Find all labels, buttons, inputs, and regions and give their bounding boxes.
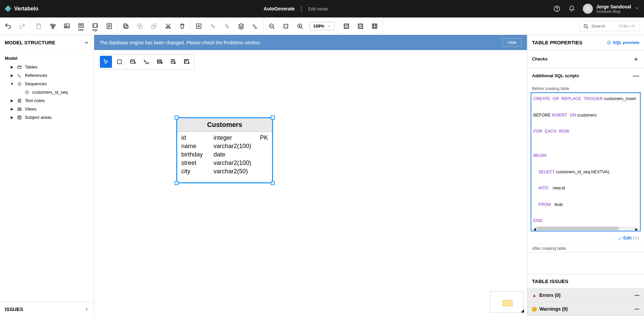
- align-v-button[interactable]: [222, 21, 232, 31]
- tree-item-sequence-child[interactable]: customers_id_seq: [3, 88, 91, 96]
- warnings-toggle[interactable]: !Warnings (0) —: [527, 302, 644, 316]
- search-box[interactable]: CTRL + F: [579, 21, 640, 31]
- chevron-down-icon: [84, 40, 89, 45]
- minus-icon[interactable]: —: [633, 72, 639, 80]
- sequence-icon: [17, 82, 22, 86]
- marquee-tool[interactable]: [113, 56, 125, 68]
- tree-item-textnotes[interactable]: ▶ Text notes: [3, 96, 91, 105]
- cut-button[interactable]: [163, 21, 173, 31]
- tree-label: Subject areas: [25, 115, 52, 120]
- tree-label: References: [25, 73, 47, 78]
- grid-diag2-button[interactable]: [356, 21, 365, 31]
- minimap[interactable]: ◢: [490, 291, 524, 313]
- grid-hatched-button[interactable]: [370, 21, 379, 31]
- tree-label: Views: [25, 106, 36, 111]
- add-note-tool[interactable]: [167, 56, 179, 68]
- zoom-out-button[interactable]: [267, 21, 276, 31]
- tree-item-views[interactable]: ▶ Views: [3, 105, 91, 113]
- user-org: Vertabelo Blog: [596, 9, 631, 13]
- fit-button[interactable]: [194, 21, 203, 31]
- horizontal-scrollbar[interactable]: ◀▶: [533, 227, 638, 230]
- resize-handle-br[interactable]: [271, 181, 275, 185]
- svg-text:1:1: 1:1: [285, 25, 288, 28]
- left-panel-header[interactable]: MODEL STRUCTURE: [0, 35, 94, 50]
- minus-icon: —: [635, 306, 639, 312]
- left-panel: MODEL STRUCTURE Model ▶ Tables ▶ Referen…: [0, 35, 94, 316]
- svg-rect-16: [152, 26, 154, 28]
- kebab-menu-icon[interactable]: ⋮: [299, 6, 304, 12]
- add-table-tool[interactable]: [127, 56, 139, 68]
- grid-diag1-button[interactable]: [342, 21, 351, 31]
- svg-rect-38: [184, 59, 188, 63]
- main-toolbar: PDF SQL 1:1 169% CTRL + F: [0, 17, 644, 35]
- caret-right-icon: ▶: [10, 107, 14, 111]
- export-xml-button[interactable]: [105, 21, 114, 31]
- area-icon: [17, 115, 22, 120]
- export-sql-button[interactable]: SQL: [90, 21, 100, 31]
- edit-sql-button[interactable]: EditF11: [527, 234, 644, 243]
- copy-button[interactable]: [121, 21, 130, 31]
- app-header: Vertabelo AutoGenerate ⋮ Edit mode Jorge…: [0, 0, 644, 17]
- tree-item-references[interactable]: ▶ References: [3, 71, 91, 80]
- svg-rect-34: [117, 60, 121, 64]
- avatar: [583, 4, 593, 14]
- column-row: namevarchar2(100): [181, 142, 268, 150]
- brand-logo[interactable]: Vertabelo: [5, 5, 38, 12]
- svg-point-1: [557, 10, 557, 10]
- bell-icon[interactable]: [568, 5, 575, 12]
- add-reference-tool[interactable]: [140, 56, 152, 68]
- help-icon[interactable]: [553, 5, 561, 12]
- undo-button[interactable]: [3, 21, 13, 31]
- select-tool[interactable]: [100, 56, 112, 68]
- resize-handle-tl[interactable]: [175, 116, 179, 120]
- send-back-button[interactable]: [135, 21, 145, 31]
- align-h-button[interactable]: [208, 21, 218, 31]
- redo-button[interactable]: [17, 21, 27, 31]
- bring-front-button[interactable]: [149, 21, 159, 31]
- notice-hide-button[interactable]: Hide: [502, 38, 522, 47]
- table-issues-title: TABLE ISSUES: [527, 274, 644, 288]
- notice-bar: The database engine has been changed. Pl…: [94, 35, 527, 50]
- errors-toggle[interactable]: ▲Errors (0) —: [527, 288, 644, 302]
- zoom-dropdown[interactable]: 169%: [309, 22, 335, 30]
- additional-sql-section-toggle[interactable]: Additional SQL scripts —: [527, 68, 644, 84]
- add-view-tool[interactable]: [154, 56, 166, 68]
- entity-customers[interactable]: Customers idintegerPK namevarchar2(100) …: [176, 117, 273, 183]
- zoom-value: 169%: [313, 24, 324, 29]
- sql-preview-button[interactable]: SQL preview: [607, 40, 639, 45]
- user-menu[interactable]: Jorge Sandoval Vertabelo Blog: [583, 4, 639, 14]
- svg-rect-14: [139, 26, 142, 28]
- chevron-down-icon: [635, 6, 639, 12]
- export-image-button[interactable]: [62, 21, 72, 31]
- route-button[interactable]: [251, 21, 260, 31]
- export-pdf-button[interactable]: PDF: [76, 21, 86, 31]
- tree-item-tables[interactable]: ▶ Tables: [3, 63, 91, 71]
- logo-icon: [5, 5, 11, 12]
- add-area-tool[interactable]: [181, 56, 193, 68]
- view-icon: [17, 107, 22, 111]
- tree-item-subjectareas[interactable]: ▶ Subject areas: [3, 113, 91, 122]
- notice-message: The database engine has been changed. Pl…: [100, 40, 261, 45]
- resize-handle-bl[interactable]: [175, 181, 179, 185]
- checks-section-toggle[interactable]: Checks ＋: [527, 50, 644, 67]
- zoom-in-button[interactable]: [295, 21, 305, 31]
- sql-editor[interactable]: CREATE OR REPLACE TRIGGER customers_inse…: [531, 92, 641, 231]
- issues-panel-toggle[interactable]: ISSUES: [0, 302, 94, 316]
- tree-root: Model: [3, 54, 91, 63]
- zoom-reset-button[interactable]: 1:1: [281, 21, 291, 31]
- canvas-area: The database engine has been changed. Pl…: [94, 35, 527, 316]
- share-button[interactable]: [48, 21, 58, 31]
- mode-label: Edit mode: [308, 6, 328, 11]
- plus-icon[interactable]: ＋: [633, 54, 639, 63]
- tree-item-sequences[interactable]: ▼ Sequences: [3, 80, 91, 88]
- svg-rect-36: [157, 60, 161, 63]
- svg-rect-8: [79, 24, 83, 28]
- save-button[interactable]: [34, 21, 43, 31]
- search-input[interactable]: [591, 24, 615, 29]
- tree-label: Tables: [25, 64, 38, 70]
- layers-button[interactable]: [236, 21, 246, 31]
- delete-button[interactable]: [178, 21, 187, 31]
- canvas[interactable]: Customers idintegerPK namevarchar2(100) …: [94, 50, 527, 316]
- minimap-resize-icon[interactable]: ◢: [521, 308, 524, 313]
- resize-handle-tr[interactable]: [271, 116, 275, 120]
